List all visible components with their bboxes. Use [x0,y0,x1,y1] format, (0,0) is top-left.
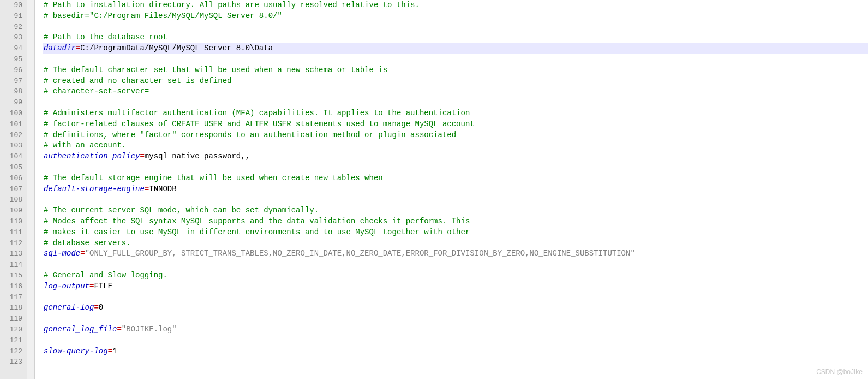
line-number[interactable]: 107 [0,184,27,195]
line-number[interactable]: 111 [0,227,27,238]
config-value: C:/ProgramData/MySQL/MySQL Server 8.0\Da… [80,44,273,52]
line-number[interactable]: 104 [0,151,27,162]
equals-sign: = [145,185,149,193]
equals-sign: = [76,44,80,52]
config-value: 0 [99,303,103,312]
line-number[interactable]: 94 [0,43,27,54]
line-number[interactable]: 122 [0,346,27,357]
code-line[interactable]: datadir=C:/ProgramData/MySQL/MySQL Serve… [43,43,868,54]
line-number[interactable]: 119 [0,313,27,324]
line-number[interactable]: 112 [0,238,27,249]
code-line[interactable]: # with an account. [43,140,868,151]
line-number[interactable]: 115 [0,270,27,281]
equals-sign: = [140,152,144,161]
comment-text: # definitions, where "factor" correspond… [44,131,456,139]
code-editor: 9091929394959697989910010110210310410510… [0,0,868,379]
code-line[interactable]: # definitions, where "factor" correspond… [43,130,868,141]
comment-text: # The default character set that will be… [44,66,387,74]
line-number[interactable]: 102 [0,130,27,141]
code-line[interactable]: authentication_policy=mysql_native_passw… [43,151,868,162]
line-number[interactable]: 116 [0,281,27,292]
watermark: CSDN @boJIke [816,368,863,376]
code-line[interactable] [43,162,868,173]
code-line[interactable]: log-output=FILE [43,281,868,292]
code-line[interactable]: # makes it easier to use MySQL in differ… [43,227,868,238]
line-number[interactable]: 108 [0,194,27,205]
code-line[interactable]: # General and Slow logging. [43,270,868,281]
code-line[interactable]: # created and no character set is define… [43,76,868,87]
comment-text: # The default storage engine that will b… [44,174,383,182]
code-line[interactable] [43,292,868,303]
config-key: log-output [44,282,89,291]
line-number[interactable]: 103 [0,140,27,151]
config-key: authentication_policy [44,152,140,161]
comment-text: # Administers multifactor authentication… [44,109,470,117]
code-line[interactable]: # character-set-server= [43,86,868,97]
line-number[interactable]: 114 [0,259,27,270]
line-number-gutter[interactable]: 9091929394959697989910010110210310410510… [0,0,27,379]
fold-margin[interactable] [27,0,35,379]
line-number[interactable]: 113 [0,248,27,259]
line-number[interactable]: 109 [0,205,27,216]
code-line[interactable]: slow-query-log=1 [43,346,868,357]
line-number[interactable]: 118 [0,303,27,313]
line-number[interactable]: 92 [0,22,27,33]
line-number[interactable]: 93 [0,32,27,43]
line-number[interactable]: 96 [0,65,27,76]
config-key: general_log_file [44,325,117,334]
line-number[interactable]: 99 [0,97,27,108]
line-number[interactable]: 98 [0,86,27,97]
code-line[interactable] [43,54,868,65]
config-key: general-log [44,303,94,312]
code-line[interactable] [43,313,868,324]
comment-text: # factor-related clauses of CREATE USER … [44,120,475,128]
comment-text: # General and Slow logging. [44,271,167,280]
config-key: slow-query-log [44,347,108,356]
code-line[interactable]: # Administers multifactor authentication… [43,108,868,119]
code-line[interactable] [43,259,868,270]
code-line[interactable]: # Modes affect the SQL syntax MySQL supp… [43,216,868,227]
line-number[interactable]: 117 [0,292,27,303]
line-number[interactable]: 121 [0,335,27,346]
code-line[interactable]: # database servers. [43,238,868,249]
line-number[interactable]: 97 [0,76,27,87]
line-number[interactable]: 100 [0,108,27,119]
line-number[interactable]: 90 [0,0,27,11]
code-line[interactable]: general_log_file="BOJIKE.log" [43,324,868,335]
code-area[interactable]: # Path to installation directory. All pa… [41,0,868,379]
code-line[interactable]: # basedir="C:/Program Files/MySQL/MySQL … [43,11,868,22]
code-line[interactable] [43,357,868,368]
config-key: datadir [44,44,76,52]
config-value: "BOJIKE.log" [122,325,177,334]
code-line[interactable]: default-storage-engine=INNODB [43,184,868,195]
comment-text: # created and no character set is define… [44,76,231,85]
comment-text: # database servers. [44,239,131,247]
code-line[interactable]: # The default storage engine that will b… [43,173,868,184]
comment-text: # basedir="C:/Program Files/MySQL/MySQL … [44,11,282,20]
config-value: mysql_native_password,, [145,152,250,161]
line-number[interactable]: 101 [0,119,27,130]
code-line[interactable]: sql-mode="ONLY_FULL_GROUP_BY, STRICT_TRA… [43,248,868,259]
line-number[interactable]: 123 [0,357,27,368]
line-number[interactable]: 106 [0,173,27,184]
line-number[interactable]: 95 [0,54,27,65]
code-line[interactable]: # The current server SQL mode, which can… [43,205,868,216]
comment-text: # The current server SQL mode, which can… [44,206,319,215]
line-number[interactable]: 120 [0,324,27,335]
config-value: 1 [112,347,117,356]
comment-text: # Modes affect the SQL syntax MySQL supp… [44,217,470,226]
line-number[interactable]: 105 [0,162,27,173]
code-line[interactable]: general-log=0 [43,303,868,313]
code-line[interactable] [43,97,868,108]
code-line[interactable] [43,335,868,346]
code-line[interactable]: # factor-related clauses of CREATE USER … [43,119,868,130]
code-line[interactable]: # Path to the database root [43,32,868,43]
line-number[interactable]: 91 [0,11,27,22]
equals-sign: = [80,249,85,258]
code-line[interactable] [43,22,868,33]
code-line[interactable]: # Path to installation directory. All pa… [43,0,868,11]
code-line[interactable]: # The default character set that will be… [43,65,868,76]
line-number[interactable]: 110 [0,216,27,227]
comment-text: # Path to installation directory. All pa… [44,1,420,9]
code-line[interactable] [43,194,868,205]
